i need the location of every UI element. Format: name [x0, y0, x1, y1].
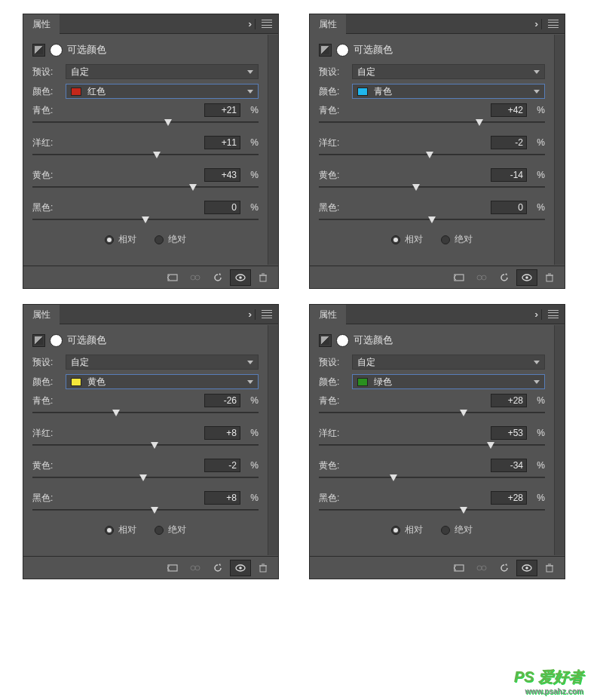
slider-thumb[interactable]: [460, 410, 467, 416]
radio-absolute[interactable]: 绝对: [155, 523, 186, 536]
mask-icon[interactable]: [50, 334, 63, 347]
eye-icon[interactable]: [230, 560, 251, 576]
collapse-icon[interactable]: ››: [534, 309, 535, 320]
slider-track[interactable]: [319, 216, 545, 226]
reset-icon[interactable]: [207, 269, 228, 286]
adjustment-icon[interactable]: [32, 334, 45, 347]
adjustment-icon[interactable]: [319, 44, 332, 57]
clip-icon[interactable]: [448, 269, 470, 286]
slider-thumb[interactable]: [151, 442, 158, 449]
slider-track[interactable]: [319, 442, 545, 451]
radio-relative[interactable]: 相对: [391, 233, 423, 246]
menu-icon[interactable]: [548, 310, 559, 318]
slider-thumb[interactable]: [390, 474, 397, 481]
slider-value-input[interactable]: -2: [491, 136, 527, 149]
preset-select[interactable]: 自定: [352, 355, 545, 370]
slider-value-input[interactable]: -2: [204, 459, 240, 472]
mask-icon[interactable]: [50, 44, 63, 57]
color-select[interactable]: 红色: [66, 84, 259, 99]
radio-relative[interactable]: 相对: [105, 523, 136, 536]
slider-value-input[interactable]: +8: [204, 426, 240, 440]
slider-value-input[interactable]: -34: [491, 459, 527, 472]
slider-thumb[interactable]: [112, 410, 120, 416]
view-previous-icon[interactable]: [471, 269, 492, 286]
panel-tab[interactable]: 属性: [310, 14, 346, 34]
slider-track[interactable]: [319, 507, 545, 516]
slider-track[interactable]: [319, 119, 545, 128]
slider-track[interactable]: [32, 119, 259, 128]
radio-absolute[interactable]: 绝对: [441, 523, 473, 536]
slider-track[interactable]: [32, 474, 259, 484]
reset-icon[interactable]: [207, 560, 228, 576]
slider-value-input[interactable]: +28: [491, 394, 527, 407]
slider-track[interactable]: [32, 152, 259, 161]
view-previous-icon[interactable]: [185, 269, 206, 286]
slider-value-input[interactable]: +53: [491, 426, 527, 440]
slider-track[interactable]: [32, 184, 259, 193]
preset-select[interactable]: 自定: [66, 64, 259, 79]
slider-thumb[interactable]: [487, 442, 494, 449]
clip-icon[interactable]: [162, 560, 183, 576]
adjustment-icon[interactable]: [32, 44, 45, 57]
color-select[interactable]: 青色: [352, 84, 545, 99]
menu-icon[interactable]: [262, 20, 272, 28]
preset-select[interactable]: 自定: [352, 64, 545, 79]
slider-thumb[interactable]: [428, 216, 436, 223]
color-select[interactable]: 绿色: [352, 374, 545, 389]
eye-icon[interactable]: [516, 269, 537, 286]
slider-track[interactable]: [32, 442, 259, 451]
slider-thumb[interactable]: [164, 119, 172, 126]
slider-thumb[interactable]: [426, 152, 433, 158]
scrollbar[interactable]: [554, 325, 565, 555]
slider-value-input[interactable]: +28: [491, 491, 527, 505]
slider-thumb[interactable]: [142, 216, 149, 223]
slider-track[interactable]: [32, 410, 259, 419]
collapse-icon[interactable]: ››: [534, 18, 535, 29]
panel-tab[interactable]: 属性: [23, 305, 60, 324]
slider-value-input[interactable]: +43: [204, 168, 240, 182]
eye-icon[interactable]: [516, 560, 537, 576]
slider-value-input[interactable]: +42: [491, 103, 527, 117]
slider-value-input[interactable]: +8: [204, 491, 240, 505]
panel-tab[interactable]: 属性: [23, 14, 60, 34]
collapse-icon[interactable]: ››: [248, 309, 249, 320]
preset-select[interactable]: 自定: [66, 355, 259, 370]
slider-value-input[interactable]: -26: [204, 394, 240, 407]
trash-icon[interactable]: [539, 560, 560, 576]
menu-icon[interactable]: [548, 20, 559, 28]
slider-thumb[interactable]: [189, 184, 197, 191]
slider-thumb[interactable]: [476, 119, 483, 126]
slider-track[interactable]: [32, 216, 259, 226]
scrollbar[interactable]: [554, 35, 565, 265]
slider-track[interactable]: [32, 507, 259, 516]
view-previous-icon[interactable]: [185, 560, 206, 576]
slider-track[interactable]: [319, 152, 545, 161]
slider-value-input[interactable]: +21: [204, 103, 240, 117]
menu-icon[interactable]: [262, 310, 272, 318]
eye-icon[interactable]: [230, 269, 251, 286]
slider-value-input[interactable]: -14: [491, 168, 527, 182]
clip-icon[interactable]: [162, 269, 183, 286]
radio-relative[interactable]: 相对: [391, 523, 423, 536]
mask-icon[interactable]: [336, 44, 349, 57]
radio-absolute[interactable]: 绝对: [155, 233, 186, 246]
clip-icon[interactable]: [448, 560, 470, 576]
trash-icon[interactable]: [253, 269, 274, 286]
slider-thumb[interactable]: [460, 507, 467, 514]
reset-icon[interactable]: [494, 269, 515, 286]
trash-icon[interactable]: [539, 269, 560, 286]
slider-track[interactable]: [319, 474, 545, 484]
reset-icon[interactable]: [494, 560, 515, 576]
slider-value-input[interactable]: 0: [204, 201, 240, 214]
view-previous-icon[interactable]: [471, 560, 492, 576]
scrollbar[interactable]: [268, 35, 278, 265]
slider-thumb[interactable]: [153, 152, 161, 158]
slider-thumb[interactable]: [412, 184, 420, 191]
radio-absolute[interactable]: 绝对: [441, 233, 473, 246]
mask-icon[interactable]: [336, 334, 349, 347]
slider-thumb[interactable]: [151, 507, 158, 514]
adjustment-icon[interactable]: [319, 334, 332, 347]
slider-thumb[interactable]: [139, 474, 147, 481]
slider-value-input[interactable]: +11: [204, 136, 240, 149]
scrollbar[interactable]: [268, 325, 278, 555]
